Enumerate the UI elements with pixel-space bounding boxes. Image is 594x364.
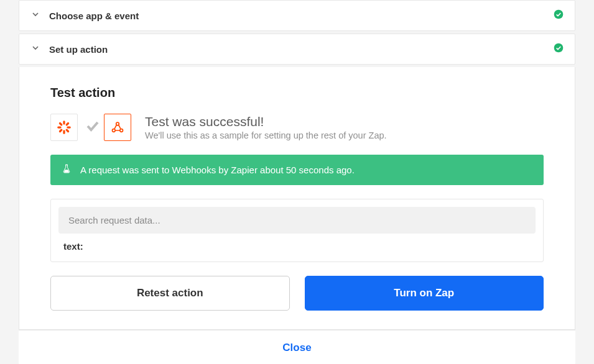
svg-rect-7 (58, 129, 63, 133)
svg-rect-5 (67, 126, 71, 128)
svg-point-10 (116, 122, 119, 125)
svg-rect-3 (63, 130, 65, 134)
data-field-text: text: (58, 234, 536, 252)
test-result-headline: Test was successful! (145, 114, 387, 129)
close-button[interactable]: Close (19, 330, 575, 364)
step-choose-app-event[interactable]: Choose app & event (19, 0, 575, 31)
success-check-icon (554, 9, 564, 22)
svg-point-0 (554, 10, 564, 19)
test-action-panel: Test action Test was successful! We'll u… (19, 67, 575, 330)
chevron-down-icon (30, 43, 40, 55)
svg-rect-4 (57, 126, 62, 128)
step-title: Set up action (49, 44, 554, 55)
success-banner: A request was sent to Webhooks by Zapier… (50, 155, 544, 185)
svg-rect-6 (65, 122, 70, 126)
check-icon (85, 119, 100, 136)
success-check-icon (554, 43, 564, 55)
step-title: Choose app & event (49, 11, 554, 21)
test-header: Test was successful! We'll use this as a… (50, 114, 544, 141)
request-data-box: text: (50, 199, 544, 262)
zapier-app-icon (50, 114, 78, 141)
test-result-subtext: We'll use this as a sample for setting u… (145, 130, 387, 140)
svg-rect-2 (63, 121, 65, 125)
svg-point-11 (113, 129, 116, 132)
turn-on-zap-button[interactable]: Turn on Zap (305, 276, 544, 311)
banner-text: A request was sent to Webhooks by Zapier… (80, 165, 355, 175)
chevron-down-icon (30, 9, 40, 22)
svg-point-12 (120, 129, 123, 132)
webhook-app-icon (104, 114, 131, 141)
svg-rect-9 (65, 129, 70, 133)
svg-point-1 (554, 43, 564, 53)
search-request-data-input[interactable] (58, 207, 536, 234)
panel-title: Test action (50, 86, 544, 100)
flask-icon (62, 164, 72, 176)
svg-rect-8 (58, 122, 63, 126)
step-set-up-action[interactable]: Set up action (19, 34, 575, 65)
retest-action-button[interactable]: Retest action (50, 276, 290, 311)
